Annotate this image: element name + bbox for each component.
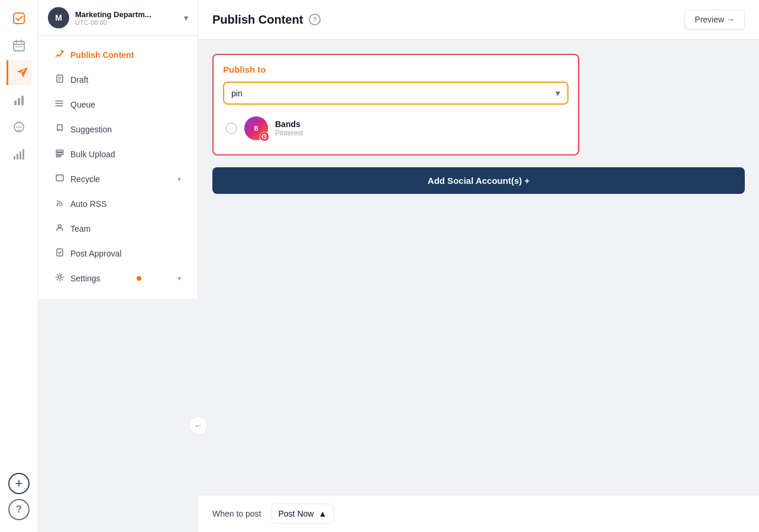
team-icon (55, 223, 64, 235)
sidebar-item-label-publish-content: Publish Content (70, 50, 134, 60)
workspace-timezone: UTC-08:00 (75, 19, 178, 26)
svg-point-18 (56, 103, 57, 104)
pinterest-badge (260, 132, 269, 141)
svg-point-24 (57, 205, 59, 206)
sidebar-item-suggestion[interactable]: Suggestion (43, 118, 193, 141)
suggestion-icon (55, 124, 64, 135)
main-body: Publish to ▾ B (198, 40, 759, 495)
main-content: Publish Content ? Preview → Publish to ▾ (198, 0, 759, 532)
search-chevron-icon[interactable]: ▾ (555, 87, 560, 99)
sidebar-item-auto-rss[interactable]: Auto RSS (43, 192, 193, 216)
sidebar-nav: Publish Content Draft (38, 36, 198, 299)
account-platform: Pinterest (275, 129, 303, 137)
sidebar-item-team[interactable]: Team (43, 217, 193, 241)
when-to-post-value: Post Now (279, 509, 314, 518)
svg-rect-22 (56, 155, 61, 157)
nav-icon-check[interactable] (7, 6, 31, 31)
nav-icon-calendar[interactable] (7, 33, 31, 58)
post-approval-icon (55, 248, 64, 259)
settings-chevron: ▾ (177, 274, 181, 283)
search-input[interactable] (231, 89, 555, 98)
settings-icon (55, 273, 64, 284)
draft-icon (55, 74, 64, 86)
svg-rect-20 (56, 150, 63, 152)
svg-rect-4 (21, 46, 22, 47)
sidebar-item-bulk-upload[interactable]: Bulk Upload (43, 142, 193, 166)
nav-icon-compose[interactable] (7, 60, 31, 85)
page-title: Publish Content (212, 13, 303, 27)
sidebar-header: M Marketing Departm... UTC-08:00 ▾ (38, 0, 198, 36)
workspace-info: Marketing Departm... UTC-08:00 (75, 10, 178, 26)
svg-rect-15 (22, 149, 24, 160)
sidebar-item-draft[interactable]: Draft (43, 68, 193, 92)
help-icon[interactable]: ? (309, 14, 321, 25)
when-chevron-up-icon: ▲ (318, 509, 327, 518)
svg-rect-6 (18, 98, 20, 105)
svg-point-9 (16, 126, 17, 128)
sidebar: M Marketing Departm... UTC-08:00 ▾ Publi… (38, 0, 198, 299)
publish-to-section: Publish to ▾ B (212, 54, 579, 155)
svg-rect-26 (57, 249, 63, 256)
svg-rect-2 (15, 46, 17, 47)
search-wrapper: ▾ (223, 82, 569, 105)
svg-rect-13 (17, 154, 18, 160)
svg-rect-14 (20, 151, 21, 160)
svg-point-19 (56, 105, 57, 106)
sidebar-item-recycle[interactable]: Recycle ▾ (43, 167, 193, 191)
bulk-upload-icon (55, 148, 64, 160)
sidebar-wrapper: M Marketing Departm... UTC-08:00 ▾ Publi… (38, 0, 198, 532)
recycle-icon (55, 173, 64, 185)
help-button[interactable]: ? (8, 499, 30, 520)
bottom-bar: When to post Post Now ▲ (198, 495, 759, 532)
svg-rect-3 (18, 46, 20, 47)
svg-point-11 (20, 126, 21, 128)
icon-bar: + ? (0, 0, 38, 532)
sidebar-item-label-draft: Draft (70, 75, 88, 85)
account-name: Bands (275, 119, 303, 129)
radio-bands[interactable] (225, 122, 237, 134)
publish-content-icon (55, 49, 64, 61)
svg-rect-21 (56, 153, 63, 155)
add-button[interactable]: + (8, 473, 30, 494)
svg-rect-5 (14, 100, 17, 105)
svg-point-17 (56, 100, 57, 102)
svg-rect-7 (21, 96, 24, 105)
recycle-chevron: ▾ (177, 175, 181, 183)
sidebar-item-label-settings: Settings (70, 274, 101, 283)
sidebar-item-post-approval[interactable]: Post Approval (43, 242, 193, 265)
sidebar-item-publish-content[interactable]: Publish Content (43, 43, 193, 67)
account-info: Bands Pinterest (275, 119, 303, 137)
svg-point-10 (18, 126, 20, 128)
when-to-post-label: When to post (212, 509, 261, 518)
svg-point-25 (59, 225, 62, 228)
svg-rect-12 (14, 156, 15, 160)
sidebar-item-label-auto-rss: Auto RSS (70, 199, 106, 209)
account-item-bands[interactable]: B Bands Pinterest (223, 112, 569, 145)
workspace-name: Marketing Departm... (75, 10, 178, 19)
nav-icon-analytics[interactable] (7, 87, 31, 112)
preview-button[interactable]: Preview → (684, 9, 745, 30)
settings-dot (137, 276, 141, 281)
sidebar-item-label-suggestion: Suggestion (70, 125, 112, 134)
when-to-post-dropdown[interactable]: Post Now ▲ (271, 504, 335, 524)
nav-icon-chat[interactable] (7, 115, 31, 140)
svg-rect-23 (56, 175, 63, 181)
add-social-account-button[interactable]: Add Social Account(s) + (212, 167, 745, 194)
main-header: Publish Content ? Preview → (198, 0, 759, 40)
sidebar-item-label-recycle: Recycle (70, 174, 100, 184)
sidebar-item-label-queue: Queue (70, 100, 95, 109)
account-avatar-wrapper: B (244, 116, 268, 140)
queue-icon (55, 99, 64, 111)
publish-to-label: Publish to (223, 64, 569, 74)
workspace-dropdown-button[interactable]: ▾ (184, 13, 188, 22)
sidebar-item-queue[interactable]: Queue (43, 93, 193, 116)
nav-icon-signal[interactable] (7, 142, 31, 167)
sidebar-item-label-bulk-upload: Bulk Upload (70, 150, 115, 159)
sidebar-item-label-post-approval: Post Approval (70, 249, 121, 258)
workspace-avatar: M (48, 7, 69, 28)
sidebar-collapse-button[interactable]: ← (189, 416, 208, 435)
sidebar-item-settings[interactable]: Settings ▾ (43, 267, 193, 290)
sidebar-item-label-team: Team (70, 224, 91, 233)
svg-rect-0 (14, 13, 24, 24)
main-title-row: Publish Content ? (212, 13, 321, 27)
